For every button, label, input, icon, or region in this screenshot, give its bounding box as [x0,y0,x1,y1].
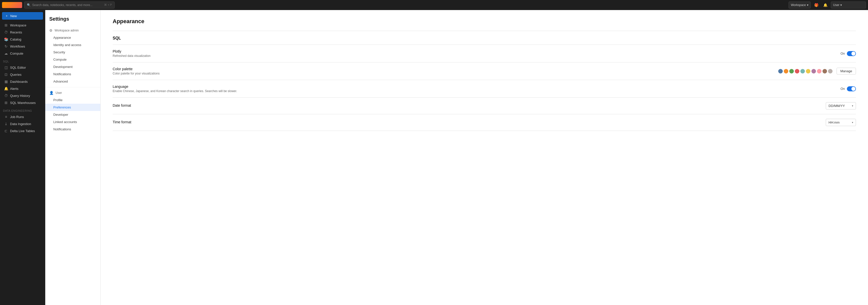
settings-nav-compute[interactable]: Compute [45,56,100,63]
time-format-divider [113,131,856,131]
workspace-icon: ⊞ [4,23,8,27]
color-swatch-7 [817,69,822,74]
manage-color-palette-button[interactable]: Manage [837,68,856,75]
delta-live-tables-icon: ⊏ [4,129,8,133]
user-menu[interactable]: User ▾ [831,1,866,8]
new-button[interactable]: ＋ New [2,12,43,20]
time-format-value: HH:mm [829,120,850,124]
sidebar-item-sql-warehouses[interactable]: ⊞ SQL Warehouses [1,99,44,106]
language-row: Language Enable Chinese, Japanese, and K… [113,80,856,98]
settings-nav-developer[interactable]: Developer [45,111,100,118]
gift-icon[interactable]: 🎁 [813,1,820,8]
color-swatch-0 [778,69,783,74]
settings-nav-linked-accounts[interactable]: Linked accounts [45,118,100,126]
language-desc: Enable Chinese, Japanese, and Korean cha… [113,89,237,93]
query-history-icon: ⏱ [4,93,8,98]
settings-nav-identity-access[interactable]: Identity and access [45,41,100,49]
alerts-icon: 🔔 [4,87,8,91]
plotly-toggle-switch[interactable] [847,51,856,56]
settings-nav-appearance[interactable]: Appearance [45,34,100,41]
date-format-info: Date format [113,104,131,108]
color-swatch-5 [806,69,810,74]
language-toggle-switch[interactable] [847,86,856,91]
content-area: Appearance SQL Plotly Refreshed data vis… [100,10,868,305]
settings-nav-development[interactable]: Development [45,63,100,71]
data-eng-section-label: Data Engineering [0,106,45,113]
plotly-desc: Refreshed data visualization [113,54,151,58]
language-label: Language [113,85,237,89]
date-format-label: Date format [113,104,131,107]
search-bar[interactable]: 🔍 Search data, notebooks, recents, and m… [24,1,115,8]
sidebar-item-workflows[interactable]: ↻ Workflows [1,43,44,50]
workspace-admin-header: ⚙ Workspace admin [45,27,100,34]
dashboards-icon: ▦ [4,80,8,84]
time-format-label: Time format [113,120,131,124]
settings-nav-preferences[interactable]: Preferences [45,104,100,111]
plotly-label: Plotly [113,49,151,53]
color-palette-info: Color palette Color palette for your vis… [113,67,160,75]
sidebar-item-compute[interactable]: ☁ Compute [1,50,44,57]
settings-nav-notifications-user[interactable]: Notifications [45,126,100,133]
time-format-info: Time format [113,120,131,125]
date-format-row: Date format DD/MM/YY ▾ [113,98,856,114]
language-toggle-label: On [841,87,845,91]
color-palette-controls: Manage [778,68,856,75]
plotly-info: Plotly Refreshed data visualization [113,49,151,58]
data-ingestion-icon: ⤓ [4,122,8,126]
left-sidebar: ＋ New ⊞ Workspace ⏱ Recents 📚 Catalog ↻ … [0,10,45,305]
workspace-dropdown[interactable]: Workspace ▾ [788,1,811,8]
plotly-row: Plotly Refreshed data visualization On [113,45,856,62]
chevron-down-icon: ▾ [840,3,842,7]
compute-icon: ☁ [4,51,8,55]
plotly-toggle[interactable]: On [841,51,856,56]
sidebar-item-data-ingestion[interactable]: ⤓ Data Ingestion [1,120,44,127]
workflows-icon: ↻ [4,44,8,48]
settings-title: Settings [45,16,100,27]
top-divider [113,31,856,31]
catalog-icon: 📚 [4,37,8,41]
color-swatch-8 [823,69,827,74]
settings-nav-security[interactable]: Security [45,49,100,56]
settings-nav-profile[interactable]: Profile [45,96,100,104]
sidebar-item-recents[interactable]: ⏱ Recents [1,29,44,36]
user-section-header: 👤 User [45,89,100,96]
date-format-select[interactable]: DD/MM/YY ▾ [826,102,856,109]
language-toggle[interactable]: On [841,86,856,91]
settings-nav-advanced[interactable]: Advanced [45,78,100,85]
sidebar-item-queries[interactable]: ⊡ Queries [1,71,44,78]
user-icon: 👤 [49,91,54,95]
sidebar-item-workspace[interactable]: ⊞ Workspace [1,22,44,29]
sidebar-item-query-history[interactable]: ⏱ Query History [1,92,44,99]
job-runs-icon: ≡ [4,115,8,119]
color-palette-label: Color palette [113,67,160,71]
workspace-admin-icon: ⚙ [49,28,53,32]
color-swatch-9 [828,69,833,74]
queries-icon: ⊡ [4,73,8,77]
time-format-select[interactable]: HH:mm ▾ [826,119,856,126]
color-swatch-4 [800,69,805,74]
color-swatch-1 [784,69,788,74]
sql-editor-icon: ◫ [4,65,8,70]
sidebar-item-alerts[interactable]: 🔔 Alerts [1,85,44,92]
sidebar-item-dashboards[interactable]: ▦ Dashboards [1,78,44,85]
settings-nav-notifications[interactable]: Notifications [45,71,100,78]
time-format-row: Time format HH:mm ▾ [113,114,856,131]
color-swatch-3 [795,69,799,74]
plotly-toggle-label: On [841,52,845,55]
search-keyboard-shortcut: ⌘ + P [104,3,112,6]
sidebar-item-delta-live-tables[interactable]: ⊏ Delta Live Tables [1,127,44,134]
topbar-right: Workspace ▾ 🎁 🔔 User ▾ [788,1,866,8]
color-swatch-6 [811,69,816,74]
date-format-value: DD/MM/YY [829,104,850,108]
chevron-down-icon: ▾ [807,3,808,7]
sql-section-label: SQL [0,57,45,64]
time-format-chevron-icon: ▾ [852,121,853,124]
color-swatch-2 [789,69,794,74]
notification-icon[interactable]: 🔔 [822,1,829,8]
content-title: Appearance [113,18,856,25]
sidebar-item-job-runs[interactable]: ≡ Job Runs [1,113,44,120]
sidebar-item-catalog[interactable]: 📚 Catalog [1,36,44,43]
sidebar-item-sql-editor[interactable]: ◫ SQL Editor [1,64,44,71]
sql-section-title: SQL [113,36,856,40]
logo [2,2,22,8]
